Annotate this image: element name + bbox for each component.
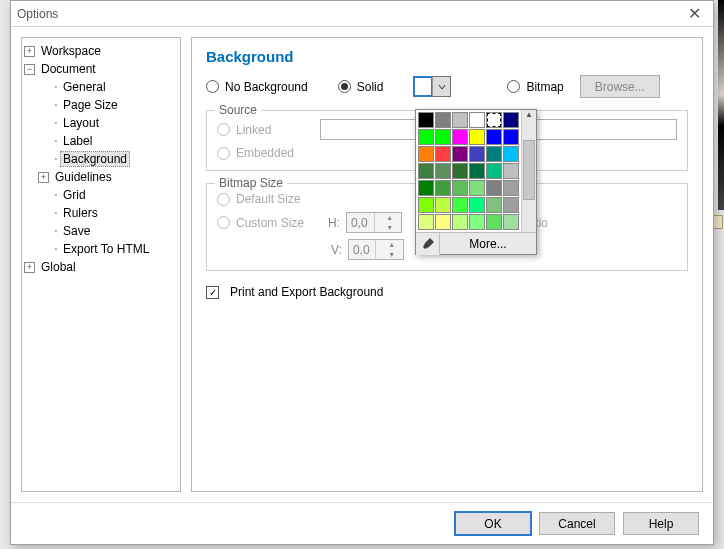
color-swatch[interactable]: [503, 163, 519, 179]
chevron-down-icon: ▼: [380, 250, 403, 260]
expand-icon[interactable]: +: [24, 46, 35, 57]
radio-bitmap-label[interactable]: Bitmap: [526, 80, 563, 94]
height-value: 0,0: [349, 243, 376, 257]
color-swatch[interactable]: [486, 197, 502, 213]
color-swatch[interactable]: [452, 146, 468, 162]
chevron-up-icon: ▲: [379, 213, 402, 223]
color-swatch[interactable]: [452, 129, 468, 145]
tree-guidelines[interactable]: Guidelines: [52, 170, 115, 184]
tree-pagesize[interactable]: Page Size: [60, 98, 121, 112]
color-swatch[interactable]: [486, 112, 502, 128]
color-swatch[interactable]: [503, 197, 519, 213]
color-swatch[interactable]: [418, 163, 434, 179]
color-swatch[interactable]: [469, 146, 485, 162]
color-scrollbar[interactable]: ▲: [521, 110, 536, 232]
chevron-up-icon: ▲: [380, 240, 403, 250]
color-swatch[interactable]: [469, 112, 485, 128]
expand-icon[interactable]: +: [38, 172, 49, 183]
help-button[interactable]: Help: [623, 512, 699, 535]
color-swatch-dropdown[interactable]: [413, 76, 451, 97]
color-swatch[interactable]: [469, 180, 485, 196]
scroll-up-icon[interactable]: ▲: [522, 110, 536, 125]
cancel-button[interactable]: Cancel: [539, 512, 615, 535]
titlebar: Options ✕: [11, 1, 713, 27]
color-swatch[interactable]: [418, 112, 434, 128]
color-swatch[interactable]: [469, 197, 485, 213]
radio-no-background-label[interactable]: No Background: [225, 80, 308, 94]
color-swatch[interactable]: [486, 214, 502, 230]
chevron-down-icon: ▼: [379, 223, 402, 233]
color-swatch[interactable]: [435, 214, 451, 230]
color-swatch[interactable]: [435, 146, 451, 162]
chevron-down-icon: [432, 77, 450, 96]
color-picker-popup[interactable]: ▲ More...: [415, 109, 537, 255]
color-swatch[interactable]: [486, 163, 502, 179]
print-export-checkbox[interactable]: ✓: [206, 286, 219, 299]
color-swatch[interactable]: [469, 214, 485, 230]
color-swatch[interactable]: [486, 129, 502, 145]
color-swatch[interactable]: [418, 129, 434, 145]
color-grid[interactable]: [416, 110, 521, 232]
tree-export[interactable]: Export To HTML: [60, 242, 152, 256]
tree-general[interactable]: General: [60, 80, 109, 94]
color-swatch[interactable]: [418, 214, 434, 230]
dialog-footer: OK Cancel Help: [11, 502, 713, 544]
color-swatch[interactable]: [452, 112, 468, 128]
color-swatch[interactable]: [452, 214, 468, 230]
collapse-icon[interactable]: −: [24, 64, 35, 75]
height-stepper: 0,0▲▼: [348, 239, 404, 260]
color-swatch[interactable]: [452, 197, 468, 213]
more-colors-button[interactable]: More...: [440, 233, 536, 254]
radio-no-background[interactable]: [206, 80, 219, 93]
color-swatch[interactable]: [469, 163, 485, 179]
tree-grid[interactable]: Grid: [60, 188, 89, 202]
width-stepper: 0,0▲▼: [346, 212, 402, 233]
ok-button[interactable]: OK: [455, 512, 531, 535]
options-tree[interactable]: +Workspace −Document ⋅General ⋅Page Size…: [21, 37, 181, 492]
color-swatch[interactable]: [469, 129, 485, 145]
h-label: H:: [328, 216, 340, 230]
color-swatch[interactable]: [435, 129, 451, 145]
background-type-row: No Background Solid Bitmap Browse...: [206, 75, 688, 98]
color-swatch[interactable]: [503, 214, 519, 230]
color-swatch[interactable]: [435, 163, 451, 179]
color-swatch[interactable]: [435, 197, 451, 213]
tree-label[interactable]: Label: [60, 134, 95, 148]
color-swatch[interactable]: [435, 180, 451, 196]
scrollbar-thumb[interactable]: [523, 140, 535, 200]
color-swatch[interactable]: [503, 112, 519, 128]
color-swatch[interactable]: [418, 197, 434, 213]
width-value: 0,0: [347, 216, 374, 230]
tree-save[interactable]: Save: [60, 224, 93, 238]
tree-background[interactable]: Background: [60, 151, 130, 167]
tree-rulers[interactable]: Rulers: [60, 206, 101, 220]
options-dialog: Options ✕ +Workspace −Document ⋅General …: [10, 0, 714, 545]
color-swatch[interactable]: [503, 129, 519, 145]
close-icon[interactable]: ✕: [682, 4, 707, 23]
color-swatch[interactable]: [486, 146, 502, 162]
window-title: Options: [17, 7, 58, 21]
print-export-label[interactable]: Print and Export Background: [230, 285, 383, 299]
radio-bitmap[interactable]: [507, 80, 520, 93]
color-swatch[interactable]: [503, 146, 519, 162]
color-swatch[interactable]: [418, 180, 434, 196]
color-swatch[interactable]: [435, 112, 451, 128]
color-swatch[interactable]: [452, 180, 468, 196]
tree-document[interactable]: Document: [38, 62, 99, 76]
radio-custom-size-label: Custom Size: [236, 216, 318, 230]
bitmap-legend: Bitmap Size: [215, 176, 287, 190]
radio-solid[interactable]: [338, 80, 351, 93]
browse-button[interactable]: Browse...: [580, 75, 660, 98]
source-legend: Source: [215, 103, 261, 117]
tree-global[interactable]: Global: [38, 260, 79, 274]
radio-solid-label[interactable]: Solid: [357, 80, 384, 94]
expand-icon[interactable]: +: [24, 262, 35, 273]
color-swatch[interactable]: [503, 180, 519, 196]
tree-workspace[interactable]: Workspace: [38, 44, 104, 58]
eyedropper-icon[interactable]: [416, 233, 440, 255]
color-swatch[interactable]: [486, 180, 502, 196]
color-swatch[interactable]: [452, 163, 468, 179]
page-title: Background: [206, 48, 688, 65]
tree-layout[interactable]: Layout: [60, 116, 102, 130]
color-swatch[interactable]: [418, 146, 434, 162]
